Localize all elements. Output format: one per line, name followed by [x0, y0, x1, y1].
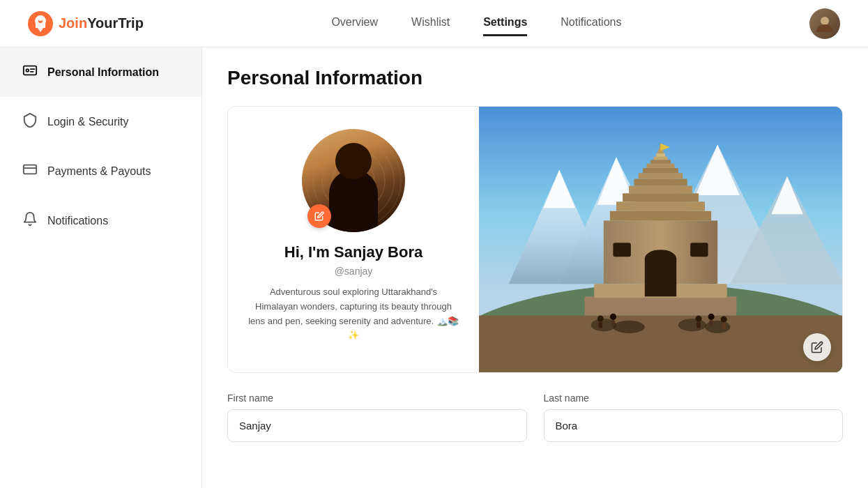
svg-point-42 — [645, 250, 676, 267]
svg-rect-50 — [599, 322, 602, 328]
name-form-row: First name Last name — [227, 392, 843, 442]
svg-rect-35 — [639, 173, 683, 178]
sidebar-label-login-security: Login & Security — [47, 116, 129, 128]
svg-rect-25 — [585, 296, 737, 315]
first-name-group: First name — [227, 392, 527, 442]
svg-point-49 — [597, 316, 604, 322]
sidebar-label-personal-info: Personal Information — [47, 66, 159, 79]
svg-point-47 — [678, 319, 706, 331]
first-name-input[interactable] — [227, 409, 527, 442]
profile-bio: Adventurous soul exploring Uttarakhand's… — [248, 285, 459, 343]
svg-point-55 — [708, 314, 715, 320]
svg-point-0 — [38, 19, 43, 23]
logo[interactable]: JoinYourTrip — [28, 11, 144, 36]
svg-rect-31 — [616, 201, 705, 211]
profile-photo-wrapper — [302, 129, 405, 232]
id-card-icon — [22, 63, 38, 82]
svg-rect-37 — [647, 164, 675, 168]
svg-rect-6 — [24, 165, 36, 174]
bell-icon — [22, 211, 38, 230]
svg-rect-56 — [709, 320, 713, 327]
svg-rect-54 — [696, 322, 700, 328]
svg-point-53 — [695, 316, 701, 322]
svg-point-3 — [26, 69, 29, 72]
first-name-label: First name — [227, 392, 527, 404]
svg-rect-39 — [654, 157, 668, 160]
sidebar-item-payments[interactable]: Payments & Payouts — [0, 146, 201, 196]
svg-rect-2 — [24, 66, 36, 75]
svg-rect-24 — [479, 316, 842, 373]
credit-card-icon — [22, 162, 38, 181]
sidebar-item-notifications[interactable]: Notifications — [0, 196, 201, 245]
pencil-icon — [314, 211, 324, 221]
svg-point-57 — [721, 316, 727, 322]
last-name-input[interactable] — [544, 409, 844, 442]
sidebar-label-notifications: Notifications — [47, 215, 108, 227]
main-content: Personal Information — [202, 47, 868, 488]
svg-point-1 — [821, 17, 829, 25]
page-layout: Personal Information Login & Security Pa… — [0, 47, 868, 488]
cover-edit-pencil-icon — [811, 341, 823, 353]
sidebar: Personal Information Login & Security Pa… — [0, 47, 202, 488]
shield-icon — [22, 112, 38, 131]
last-name-label: Last name — [544, 392, 844, 404]
svg-rect-32 — [623, 193, 699, 201]
page-title: Personal Information — [227, 67, 843, 89]
nav-overview[interactable]: Overview — [331, 10, 378, 36]
cover-scene-svg — [479, 107, 842, 372]
svg-rect-30 — [610, 211, 711, 221]
svg-rect-33 — [629, 185, 692, 193]
last-name-group: Last name — [544, 392, 844, 442]
sidebar-item-personal-info[interactable]: Personal Information — [0, 47, 201, 97]
nav-notifications[interactable]: Notifications — [561, 10, 621, 36]
profile-photo-edit-button[interactable] — [307, 204, 331, 228]
nav-wishlist[interactable]: Wishlist — [411, 10, 450, 36]
main-nav: Overview Wishlist Settings Notifications — [331, 10, 621, 36]
person-silhouette — [329, 169, 378, 232]
profile-handle: @sanjay — [335, 266, 373, 277]
svg-rect-44 — [690, 243, 708, 257]
svg-rect-38 — [650, 160, 671, 163]
svg-rect-58 — [722, 323, 726, 329]
user-avatar[interactable] — [809, 8, 840, 39]
svg-rect-40 — [656, 153, 665, 157]
sidebar-label-payments: Payments & Payouts — [47, 165, 151, 178]
svg-rect-34 — [634, 178, 687, 185]
avatar-image — [815, 14, 835, 33]
profile-info-panel: Hi, I'm Sanjay Bora @sanjay Adventurous … — [228, 107, 479, 372]
svg-point-51 — [610, 314, 616, 320]
nav-settings[interactable]: Settings — [483, 10, 527, 36]
svg-point-46 — [613, 321, 644, 333]
logo-text: JoinYourTrip — [59, 15, 144, 31]
logo-icon — [28, 11, 53, 36]
svg-point-48 — [705, 321, 730, 333]
cover-photo-edit-button[interactable] — [803, 333, 831, 361]
profile-card: Hi, I'm Sanjay Bora @sanjay Adventurous … — [227, 106, 843, 373]
svg-rect-43 — [613, 243, 630, 257]
profile-name: Hi, I'm Sanjay Bora — [284, 243, 422, 261]
svg-rect-52 — [611, 320, 615, 327]
svg-rect-36 — [643, 168, 678, 173]
cover-photo — [479, 107, 842, 372]
header: JoinYourTrip Overview Wishlist Settings … — [0, 0, 868, 47]
sidebar-item-login-security[interactable]: Login & Security — [0, 97, 201, 146]
